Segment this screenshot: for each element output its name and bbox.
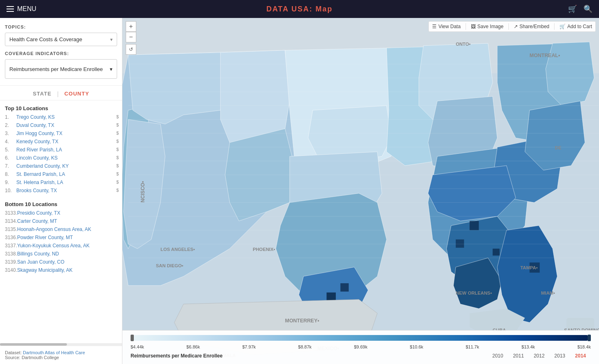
svg-rect-4 bbox=[493, 249, 499, 255]
toolbar-separator-3 bbox=[554, 23, 555, 30]
list-item[interactable]: 3136.Powder River County, MT bbox=[0, 233, 122, 242]
svg-text:ONTO•: ONTO• bbox=[456, 42, 470, 47]
search-icon[interactable]: 🔍 bbox=[583, 4, 592, 13]
toolbar-separator bbox=[466, 23, 466, 30]
map-area[interactable]: + − ↺ Hold SHIFT for box zoom Map tiles … bbox=[122, 18, 599, 364]
legend-gradient-wrapper bbox=[131, 335, 591, 341]
sidebar: TOPICS: Health Care Costs & Coverage ▾ C… bbox=[0, 18, 122, 364]
dataset-info: Dataset: Dartmouth Atlas of Health Care bbox=[5, 350, 117, 355]
list-item[interactable]: 4.Kenedy County, TX$ bbox=[0, 138, 122, 146]
svg-text:MIAM•: MIAM• bbox=[541, 291, 555, 295]
list-item[interactable]: 7.Cumberland County, KY$ bbox=[0, 162, 122, 170]
usa-map-svg[interactable]: NCISCO• LOS ANGELES• SAN DIEGO• PHOENIX•… bbox=[122, 18, 599, 364]
legend-label-7: $13.4k bbox=[521, 344, 535, 349]
legend-label-5: $10.6k bbox=[410, 344, 423, 349]
legend-bottom: Reimbursements per Medicare Enrollee 201… bbox=[131, 352, 591, 360]
svg-text:DE: DE bbox=[555, 145, 561, 150]
map-controls: + − ↺ bbox=[126, 21, 136, 55]
year-tab-2014[interactable]: 2014 bbox=[570, 352, 591, 360]
source-info: Source: Dartmouth College bbox=[5, 355, 117, 360]
list-item[interactable]: 9.St. Helena Parish, LA$ bbox=[0, 178, 122, 186]
menu-button[interactable]: MENU bbox=[7, 5, 36, 13]
reset-button[interactable]: ↺ bbox=[126, 44, 136, 55]
legend-label-3: $8.87k bbox=[298, 344, 312, 349]
svg-text:TAMPA•: TAMPA• bbox=[520, 265, 537, 270]
legend-bar bbox=[131, 335, 591, 343]
cart-icon-toolbar: 🛒 bbox=[559, 24, 566, 29]
zoom-out-button[interactable]: − bbox=[126, 32, 136, 42]
add-to-cart-button[interactable]: 🛒 Add to Cart bbox=[559, 24, 592, 29]
view-data-icon: ☰ bbox=[432, 24, 437, 29]
svg-text:MONTERREY•: MONTERREY• bbox=[285, 318, 319, 324]
sidebar-header: TOPICS: Health Care Costs & Coverage ▾ C… bbox=[0, 18, 122, 82]
dataset-label: Dataset: bbox=[5, 350, 23, 355]
coverage-chevron-icon: ▾ bbox=[110, 66, 113, 72]
top-nav: MENU DATA USA: Map 🛒 🔍 bbox=[0, 0, 599, 18]
share-embed-button[interactable]: ↗ Share/Embed bbox=[514, 24, 549, 29]
svg-text:MONTREAL•: MONTREAL• bbox=[530, 53, 560, 58]
svg-text:NCISCO•: NCISCO• bbox=[140, 181, 146, 203]
scroll-thumb bbox=[0, 343, 67, 346]
list-item[interactable]: 3.Jim Hogg County, TX$ bbox=[0, 129, 122, 138]
tab-state[interactable]: STATE bbox=[30, 90, 54, 98]
zoom-in-button[interactable]: + bbox=[126, 21, 136, 32]
scroll-bar[interactable] bbox=[0, 343, 122, 346]
list-item[interactable]: 3137.Yukon-Koyukuk Census Area, AK bbox=[0, 242, 122, 250]
title-prefix: DATA USA: bbox=[266, 5, 316, 13]
legend-handle-left[interactable] bbox=[131, 335, 134, 341]
tab-county[interactable]: COUNTY bbox=[62, 90, 92, 98]
hamburger-icon bbox=[7, 6, 14, 12]
dataset-link[interactable]: Dartmouth Atlas of Health Care bbox=[23, 350, 85, 355]
list-item[interactable]: 5.Red River Parish, LA$ bbox=[0, 146, 122, 154]
year-tab-2012[interactable]: 2012 bbox=[529, 352, 550, 360]
svg-text:NEW ORLEANS•: NEW ORLEANS• bbox=[456, 291, 492, 295]
list-item[interactable]: 3135.Hoonah-Angoon Census Area, AK bbox=[0, 225, 122, 233]
sidebar-footer: Dataset: Dartmouth Atlas of Health Care … bbox=[0, 346, 122, 364]
toolbar-separator-2 bbox=[508, 23, 509, 30]
year-tab-2011[interactable]: 2011 bbox=[508, 352, 529, 360]
save-image-icon: 🖼 bbox=[471, 24, 476, 29]
share-label: Share/Embed bbox=[519, 24, 549, 29]
list-item[interactable]: 3140.Skagway Municipality, AK bbox=[0, 266, 122, 274]
menu-label: MENU bbox=[17, 5, 36, 13]
list-item[interactable]: 6.Lincoln County, KS$ bbox=[0, 154, 122, 162]
svg-text:SAN DIEGO•: SAN DIEGO• bbox=[156, 263, 183, 268]
svg-text:LOS ANGELES•: LOS ANGELES• bbox=[160, 247, 195, 252]
locations-scroll[interactable]: Top 10 Locations 1.Trego County, KS$ 2.D… bbox=[0, 100, 122, 343]
topics-dropdown[interactable]: Health Care Costs & Coverage ▾ bbox=[5, 33, 117, 46]
list-item[interactable]: 3139.San Juan County, CO bbox=[0, 258, 122, 266]
share-icon: ↗ bbox=[514, 24, 518, 29]
coverage-value: Reimbursements per Medicare Enrollee bbox=[9, 66, 103, 72]
list-item[interactable]: 8.St. Bernard Parish, LA$ bbox=[0, 170, 122, 178]
legend-range[interactable] bbox=[131, 335, 591, 341]
list-item[interactable]: 2.Duval County, TX$ bbox=[0, 121, 122, 129]
year-tab-2013[interactable]: 2013 bbox=[550, 352, 570, 360]
cart-icon[interactable]: 🛒 bbox=[568, 4, 577, 13]
legend-label-6: $11.7k bbox=[466, 344, 479, 349]
legend-handle-right[interactable] bbox=[588, 335, 591, 341]
site-title: DATA USA: Map bbox=[266, 5, 333, 13]
state-county-tabs: STATE | COUNTY bbox=[0, 85, 122, 100]
coverage-dropdown[interactable]: Reimbursements per Medicare Enrollee ▾ bbox=[5, 59, 117, 79]
svg-rect-7 bbox=[340, 283, 348, 291]
legend-label-4: $9.69k bbox=[354, 344, 367, 349]
svg-text:PHOENIX•: PHOENIX• bbox=[253, 247, 275, 252]
view-data-button[interactable]: ☰ View Data bbox=[432, 24, 460, 29]
save-image-label: Save Image bbox=[477, 24, 504, 29]
legend-label-8: $18.4k bbox=[577, 344, 591, 349]
year-tab-2010[interactable]: 2010 bbox=[487, 352, 508, 360]
svg-rect-2 bbox=[470, 221, 479, 230]
list-item[interactable]: 3134.Carter County, MT bbox=[0, 217, 122, 225]
list-item[interactable]: 10.Brooks County, TX$ bbox=[0, 186, 122, 195]
legend-label-2: $7.97k bbox=[242, 344, 256, 349]
legend-gradient-bar bbox=[134, 335, 588, 341]
add-to-cart-label: Add to Cart bbox=[567, 24, 592, 29]
topics-value: Health Care Costs & Coverage bbox=[9, 36, 82, 42]
legend-label-0: $4.44k bbox=[131, 344, 144, 349]
nav-right-icons: 🛒 🔍 bbox=[568, 4, 592, 13]
year-tabs: 2010 2011 2012 2013 2014 bbox=[487, 352, 591, 360]
list-item[interactable]: 3138.Billings County, ND bbox=[0, 250, 122, 258]
list-item[interactable]: 3133.Presidio County, TX bbox=[0, 209, 122, 217]
save-image-button[interactable]: 🖼 Save Image bbox=[471, 24, 504, 29]
list-item[interactable]: 1.Trego County, KS$ bbox=[0, 113, 122, 121]
